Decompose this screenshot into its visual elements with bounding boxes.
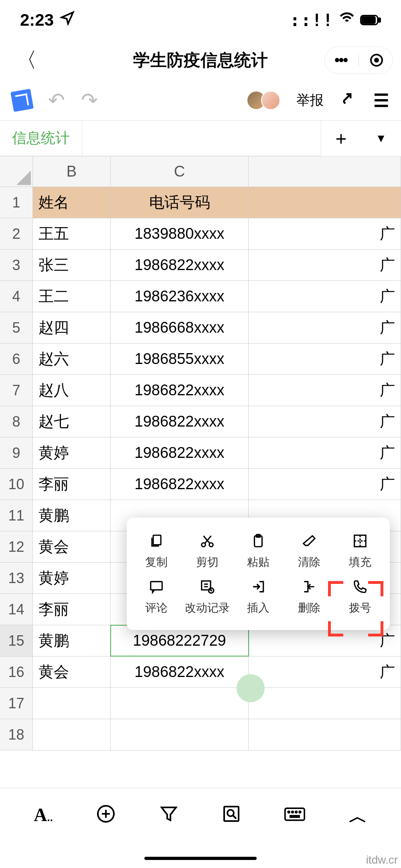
cell[interactable]: 黄婷 [33, 563, 111, 594]
row-number[interactable]: 17 [0, 688, 33, 719]
app-logo-icon[interactable] [10, 89, 34, 112]
row-number[interactable]: 5 [0, 312, 33, 343]
insert-button[interactable]: 插入 [234, 578, 282, 616]
undo-button[interactable]: ↶ [48, 89, 65, 112]
row-number[interactable]: 11 [0, 500, 33, 531]
row-number[interactable]: 10 [0, 469, 33, 500]
cell[interactable]: 电话号码 [111, 187, 249, 218]
row-number[interactable]: 15 [0, 625, 33, 656]
cell[interactable] [111, 719, 249, 750]
cell[interactable]: 姓名 [33, 187, 111, 218]
cell[interactable]: 广 [249, 657, 401, 687]
row-number[interactable]: 1 [0, 187, 33, 218]
cell[interactable]: 张三 [33, 250, 111, 281]
close-miniprogram-icon[interactable] [370, 54, 383, 67]
cell[interactable] [249, 187, 401, 218]
add-button[interactable] [96, 804, 115, 828]
collaborators[interactable] [251, 91, 280, 110]
cell[interactable]: 赵四 [33, 312, 111, 343]
row-number[interactable]: 12 [0, 531, 33, 562]
row-number[interactable]: 16 [0, 657, 33, 687]
back-button[interactable]: 〈 [8, 46, 45, 74]
cell[interactable]: 1986822xxxx [111, 375, 249, 406]
column-header-b[interactable]: B [33, 157, 111, 187]
cell[interactable]: 1986822xxxx [111, 469, 249, 500]
cell[interactable]: 广 [249, 375, 401, 406]
row-number[interactable]: 9 [0, 437, 33, 468]
row-number[interactable]: 7 [0, 375, 33, 406]
row-number[interactable]: 3 [0, 250, 33, 281]
cell[interactable]: 广 [249, 281, 401, 312]
column-header-d[interactable] [249, 157, 401, 187]
cell[interactable]: 1986822xxxx [111, 657, 249, 687]
cell[interactable]: 1986236xxxx [111, 281, 249, 312]
column-header-c[interactable]: C [111, 157, 249, 187]
filter-button[interactable] [159, 804, 178, 828]
share-icon[interactable] [340, 89, 357, 111]
row-number[interactable]: 2 [0, 218, 33, 249]
cell[interactable]: 1839880xxxx [111, 218, 249, 249]
cell[interactable]: 赵七 [33, 406, 111, 437]
cell[interactable]: 黄会 [33, 657, 111, 687]
expand-button[interactable]: ︿ [349, 804, 367, 829]
cell[interactable]: 王五 [33, 218, 111, 249]
fill-button[interactable]: 填充 [336, 532, 384, 570]
menu-icon[interactable]: ☰ [373, 90, 389, 111]
report-button[interactable]: 举报 [296, 91, 324, 110]
row-number[interactable]: 8 [0, 406, 33, 437]
delete-button[interactable]: 删除 [285, 578, 333, 616]
cell[interactable]: 广 [249, 312, 401, 343]
redo-button[interactable]: ↷ [81, 89, 98, 112]
cell[interactable]: 赵八 [33, 375, 111, 406]
cell[interactable] [33, 719, 111, 750]
clear-button[interactable]: 清除 [285, 532, 333, 570]
history-button[interactable]: 改动记录 [183, 578, 231, 616]
sheet-dropdown-button[interactable]: ▼ [361, 121, 401, 156]
cell[interactable]: 黄会 [33, 531, 111, 562]
svg-point-18 [296, 811, 297, 813]
home-indicator[interactable] [144, 857, 257, 860]
cell[interactable]: 1986822xxxx [111, 437, 249, 468]
cut-button[interactable]: 剪切 [183, 532, 231, 570]
cell[interactable]: 广 [249, 218, 401, 249]
cell[interactable] [111, 688, 249, 719]
cell[interactable]: 1986668xxxx [111, 312, 249, 343]
cell[interactable]: 1986822xxxx [111, 406, 249, 437]
selection-handle[interactable] [237, 674, 265, 702]
row-number[interactable]: 18 [0, 719, 33, 750]
cell[interactable]: 李丽 [33, 594, 111, 625]
select-all-corner[interactable] [0, 157, 33, 187]
copy-button[interactable]: 复制 [132, 532, 180, 570]
status-bar: 2:23 ::!! [0, 0, 401, 40]
cell[interactable]: 1986822xxxx [111, 250, 249, 281]
cell[interactable] [249, 719, 401, 750]
cell[interactable]: 黄鹏 [33, 500, 111, 531]
add-sheet-button[interactable]: + [321, 121, 361, 156]
paste-button[interactable]: 粘贴 [234, 532, 282, 570]
cell[interactable] [33, 688, 111, 719]
cell[interactable]: 王二 [33, 281, 111, 312]
cell[interactable]: 广 [249, 250, 401, 281]
row-number[interactable]: 14 [0, 594, 33, 625]
more-icon[interactable]: ••• [334, 52, 347, 69]
cell[interactable]: 广 [249, 437, 401, 468]
cell[interactable]: 黄婷 [33, 437, 111, 468]
cell[interactable]: 黄鹏 [33, 625, 111, 656]
cell[interactable]: 广 [249, 344, 401, 374]
search-button[interactable] [222, 804, 241, 828]
cell[interactable]: 李丽 [33, 469, 111, 500]
keyboard-button[interactable] [284, 804, 305, 826]
spreadsheet-grid[interactable]: B C 1 姓名 电话号码 2王五1839880xxxx广 3张三1986822… [0, 157, 401, 750]
cell[interactable]: 1986855xxxx [111, 344, 249, 374]
cell[interactable]: 赵六 [33, 344, 111, 374]
cell[interactable]: 广 [249, 469, 401, 500]
row-number[interactable]: 4 [0, 281, 33, 312]
row-number[interactable]: 13 [0, 563, 33, 594]
row-number[interactable]: 6 [0, 344, 33, 374]
comment-button[interactable]: 评论 [132, 578, 180, 616]
cell[interactable]: 广 [249, 406, 401, 437]
format-button[interactable]: A.. [34, 804, 53, 825]
tab-active[interactable]: 信息统计 [0, 121, 82, 156]
cell[interactable] [249, 688, 401, 719]
svg-rect-2 [379, 18, 381, 22]
